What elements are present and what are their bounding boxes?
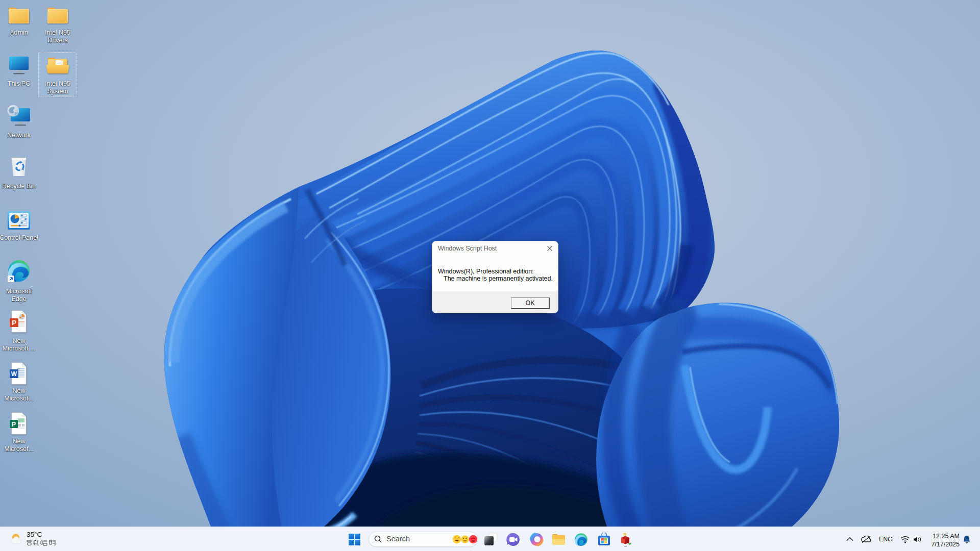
svg-text:P: P [12,319,16,327]
svg-text:W: W [11,370,17,378]
svg-text:P: P [12,421,16,428]
